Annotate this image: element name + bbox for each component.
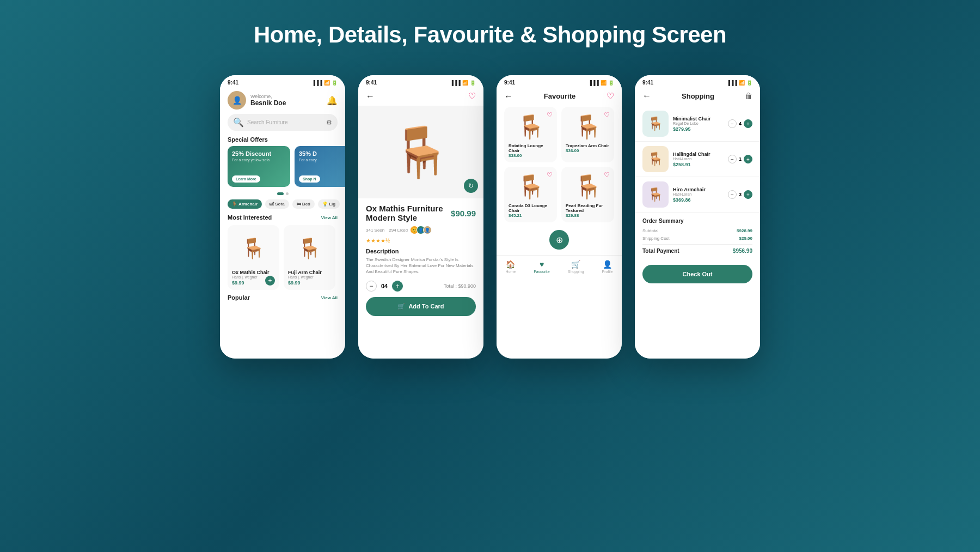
- wifi-icon: 📶: [324, 80, 330, 86]
- home-search-bar[interactable]: 🔍 Search Furniture ⚙: [228, 114, 338, 131]
- cart-brand-1: Regal De Lobo: [673, 122, 724, 125]
- fav-title: Favourite: [544, 92, 576, 100]
- detail-header: ← ♡: [358, 88, 483, 106]
- most-interested-header: Most Interested View All: [220, 214, 345, 225]
- home-nav-icon: 🏠: [506, 260, 515, 269]
- qty-decrease-button[interactable]: −: [366, 281, 377, 292]
- cart-info-3: Hiro Armchair Hatil-Loran $369.86: [673, 187, 724, 203]
- home-screen-phone: 9:41 ▐▐▐ 📶 🔋 👤 Welcome, Besnik Doe 🔔: [220, 75, 345, 359]
- fav-heart-3[interactable]: ♡: [547, 171, 553, 179]
- shipping-val: $29.00: [739, 236, 752, 241]
- shop-back-button[interactable]: ←: [642, 91, 651, 101]
- seen-count: 341 Seen: [366, 228, 384, 233]
- cart-item-2: 🪑 Hallingdal Chair Hatil-Loran $258.91 −…: [635, 142, 760, 177]
- fav-status-icons: ▐▐▐ 📶 🔋: [589, 80, 614, 86]
- home-header: 👤 Welcome, Besnik Doe 🔔: [220, 88, 345, 114]
- favourite-button[interactable]: ♡: [468, 91, 476, 101]
- bell-icon[interactable]: 🔔: [327, 95, 338, 106]
- cat-light[interactable]: 💡 Lig: [318, 199, 340, 209]
- fav-back-button[interactable]: ←: [504, 92, 513, 101]
- subtotal-val: $928.99: [737, 228, 752, 233]
- fav-heart-4[interactable]: ♡: [604, 171, 610, 179]
- offer2-sub: For a cozy: [299, 158, 342, 162]
- add-to-cart-button[interactable]: 🛒 Add To Card: [366, 297, 476, 316]
- product-price-2: $9.99: [288, 280, 331, 286]
- battery-icon: 🔋: [608, 80, 614, 86]
- home-status-icons: ▐▐▐ 📶 🔋: [312, 80, 338, 86]
- nav-favourite[interactable]: ♥ Favourite: [534, 260, 549, 274]
- add-btn-1[interactable]: +: [265, 276, 275, 286]
- avatar-area: 👤 Welcome, Besnik Doe: [228, 91, 286, 110]
- offer-card-1[interactable]: 25% Discount For a cozy yellow sofa Lear…: [228, 146, 290, 187]
- offer2-btn[interactable]: Shop N: [299, 175, 320, 183]
- cart-qty-1: − 4 +: [728, 119, 752, 128]
- fav-grid: ♡ 🪑 Rotating Lounge Chair $38.00 ♡ 🪑 Tra…: [497, 107, 622, 222]
- signal-icon: ▐▐▐: [312, 80, 322, 86]
- cat-sofa[interactable]: 🛋 Sofa: [265, 199, 289, 209]
- shop-status-icons: ▐▐▐ 📶 🔋: [727, 80, 752, 86]
- liked-count: 294 Liked: [389, 228, 408, 233]
- trash-icon[interactable]: 🗑: [745, 92, 752, 100]
- wifi-icon: 📶: [462, 80, 468, 86]
- signal-icon: ▐▐▐: [450, 80, 461, 86]
- cart-price-2: $258.91: [673, 162, 724, 167]
- fav-name-1: Rotating Lounge Chair: [509, 143, 553, 153]
- offers-row: 25% Discount For a cozy yellow sofa Lear…: [220, 146, 345, 192]
- quantity-control: − 04 +: [366, 281, 403, 292]
- nav-home[interactable]: 🏠 Home: [506, 260, 516, 274]
- total-val: $956.90: [733, 248, 752, 254]
- back-button[interactable]: ←: [366, 92, 375, 101]
- fav-status-bar: 9:41 ▐▐▐ 📶 🔋: [497, 75, 622, 88]
- fav-heart-1[interactable]: ♡: [547, 111, 553, 119]
- cat-armchair[interactable]: 🪑 Armchair: [228, 199, 262, 209]
- cart-increase-1[interactable]: +: [744, 119, 752, 128]
- most-interested-view-all[interactable]: View All: [321, 215, 338, 220]
- cart-decrease-1[interactable]: −: [728, 119, 737, 128]
- offer-card-2[interactable]: 35% D For a cozy Shop N: [295, 146, 345, 187]
- wifi-icon: 📶: [601, 80, 607, 86]
- offer1-btn[interactable]: Learn More: [232, 175, 260, 183]
- quantity-value: 04: [381, 283, 388, 289]
- reviewer-avatars: 😊 👤 👤: [412, 226, 432, 234]
- fav-heart-2[interactable]: ♡: [604, 111, 610, 119]
- product-brand-2: Hans j. wegner: [288, 275, 331, 279]
- rotate-button[interactable]: ↻: [464, 179, 478, 193]
- fav-heart-icon[interactable]: ♡: [607, 91, 614, 101]
- popular-view-all[interactable]: View All: [321, 295, 338, 300]
- cart-icon: 🛒: [397, 303, 405, 310]
- cart-thumb-3: 🪑: [642, 181, 669, 208]
- shipping-label: Shipping Cost: [642, 236, 670, 241]
- cart-increase-2[interactable]: +: [744, 155, 752, 163]
- product-img-1: 🪑: [232, 229, 275, 268]
- offer2-badge: 35% D: [299, 150, 317, 157]
- popular-header: Popular View All: [220, 290, 345, 304]
- fav-img-1: 🪑: [509, 113, 553, 140]
- search-icon: 🔍: [233, 117, 244, 128]
- fav-price-2: $36.00: [566, 148, 610, 153]
- cart-qty-val-3: 3: [739, 192, 742, 197]
- quantity-row: − 04 + Total : $90.900: [366, 281, 476, 292]
- popular-label: Popular: [228, 294, 250, 301]
- fab-button[interactable]: ⊕: [549, 230, 569, 250]
- cat-bed[interactable]: 🛏 Bed: [292, 199, 315, 209]
- fav-item-3: ♡ 🪑 Corada D3 Lounge Chair $45.21: [504, 167, 557, 222]
- checkout-button[interactable]: Check Out: [642, 265, 752, 283]
- cart-decrease-2[interactable]: −: [728, 155, 737, 163]
- offer1-sub: For a cozy yellow sofa: [232, 158, 275, 162]
- nav-shopping[interactable]: 🛒 Shopping: [568, 260, 584, 274]
- cart-decrease-3[interactable]: −: [728, 190, 737, 199]
- cart-info-2: Hallingdal Chair Hatil-Loran $258.91: [673, 151, 724, 167]
- home-time: 9:41: [228, 80, 238, 86]
- battery-icon: 🔋: [746, 80, 752, 86]
- cart-brand-2: Hatil-Loran: [673, 157, 724, 161]
- nav-profile[interactable]: 👤 Profile: [602, 260, 613, 274]
- page-title: Home, Details, Favourite & Shopping Scre…: [254, 22, 726, 48]
- cart-increase-3[interactable]: +: [744, 190, 752, 199]
- filter-icon[interactable]: ⚙: [326, 119, 332, 126]
- qty-increase-button[interactable]: +: [392, 281, 403, 292]
- cart-price-1: $279.95: [673, 126, 724, 132]
- shipping-row: Shipping Cost $29.00: [642, 236, 752, 241]
- fav-item-1: ♡ 🪑 Rotating Lounge Chair $38.00: [504, 107, 557, 162]
- fav-name-2: Trapeziam Arm Chair: [566, 143, 610, 148]
- avatar: 👤: [228, 91, 246, 110]
